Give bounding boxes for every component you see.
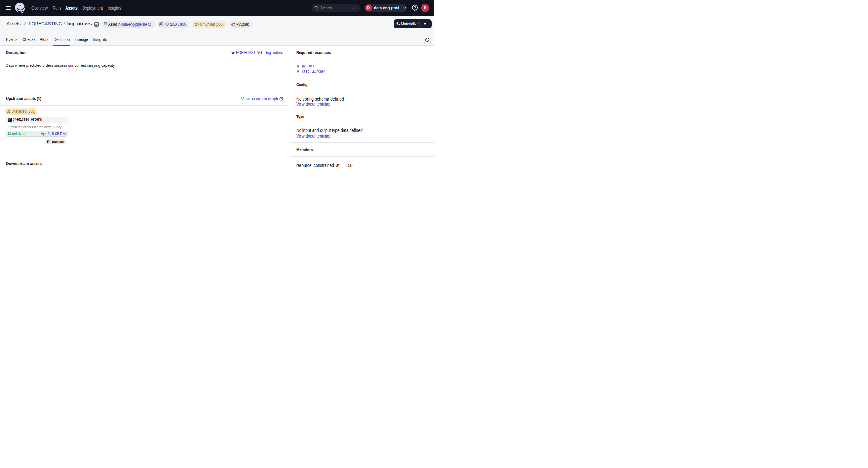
svg-text:?: ? — [414, 6, 416, 9]
